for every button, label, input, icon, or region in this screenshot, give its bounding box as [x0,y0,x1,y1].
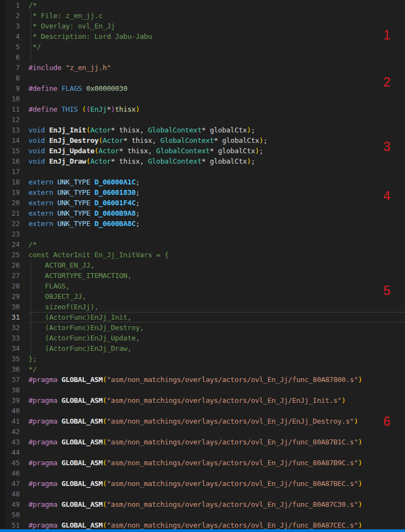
code-editor[interactable]: 1/*2 * File: z_en_jj.c3 * Overlay: ovl_E… [0,0,405,530]
code-text: */ [28,364,405,374]
indent-guide [31,10,31,62]
line-number: 14 [0,135,20,146]
code-line-29[interactable]: 29 OBJECT_JJ, [0,291,405,302]
code-line-41[interactable]: 41#pragma GLOBAL_ASM("asm/non_matchings/… [0,416,405,426]
annotation-number-3: 3 [380,140,394,153]
code-line-46[interactable]: 46 [0,468,405,478]
code-line-22[interactable]: 22extern UNK_TYPE D_0600BA8C; [0,218,405,229]
code-line-7[interactable]: 7#include "z_en_jj.h" [0,62,405,73]
line-number: 50 [0,510,20,520]
line-number: 4 [0,31,20,42]
code-text: #pragma GLOBAL_ASM("asm/non_matchings/ov… [28,395,405,406]
code-line-40[interactable]: 40 [0,406,405,416]
code-line-5[interactable]: 5 */ [0,42,405,52]
code-text: /* [28,239,405,250]
line-number: 42 [0,426,20,437]
code-line-6[interactable]: 6 [0,52,405,62]
line-number: 39 [0,395,20,406]
code-line-38[interactable]: 38 [0,385,405,395]
code-text [28,73,405,83]
code-line-26[interactable]: 26 ACTOR_EN_JJ, [0,260,405,270]
code-line-28[interactable]: 28 FLAGS, [0,281,405,291]
line-number: 27 [0,270,20,281]
code-line-17[interactable]: 17 [0,166,405,177]
line-number: 38 [0,385,20,395]
code-line-15[interactable]: 15void EnJj_Update(Actor* thisx, GlobalC… [0,146,405,156]
code-line-31[interactable]: 31 (ActorFunc)EnJj_Init, [0,312,405,322]
line-number: 7 [0,62,20,73]
line-number: 3 [0,21,20,31]
code-line-37[interactable]: 37#pragma GLOBAL_ASM("asm/non_matchings/… [0,374,405,385]
code-text: * Description: Lord Jabu-Jabu [28,31,405,42]
line-number: 48 [0,489,20,499]
code-text [28,426,405,437]
annotation-number-6: 6 [380,415,394,428]
code-line-19[interactable]: 19extern UNK_TYPE D_06001830; [0,187,405,198]
line-number: 47 [0,478,20,489]
line-number: 2 [0,10,20,21]
code-line-43[interactable]: 43#pragma GLOBAL_ASM("asm/non_matchings/… [0,437,405,447]
code-line-12[interactable]: 12 [0,114,405,125]
code-text: #pragma GLOBAL_ASM("asm/non_matchings/ov… [28,416,405,426]
line-number: 33 [0,333,20,343]
code-line-2[interactable]: 2 * File: z_en_jj.c [0,10,405,21]
code-line-25[interactable]: 25const ActorInit En_Jj_InitVars = { [0,250,405,260]
code-text: const ActorInit En_Jj_InitVars = { [28,250,405,260]
line-number: 49 [0,499,20,510]
code-line-45[interactable]: 45#pragma GLOBAL_ASM("asm/non_matchings/… [0,458,405,468]
code-line-39[interactable]: 39#pragma GLOBAL_ASM("asm/non_matchings/… [0,395,405,406]
code-line-3[interactable]: 3 * Overlay: ovl_En_Jj [0,21,405,31]
line-number: 5 [0,42,20,52]
code-text [28,489,405,499]
code-text: (ActorFunc)EnJj_Init, [28,312,405,322]
line-number: 12 [0,114,20,125]
line-number: 41 [0,416,20,426]
code-text: #pragma GLOBAL_ASM("asm/non_matchings/ov… [28,478,405,489]
line-number: 30 [0,302,20,312]
code-text [28,406,405,416]
code-line-21[interactable]: 21extern UNK_TYPE D_0600B9A8; [0,208,405,218]
code-line-20[interactable]: 20extern UNK_TYPE D_06001F4C; [0,198,405,208]
status-bar [0,529,405,532]
code-text: ACTOR_EN_JJ, [28,260,405,270]
code-text [28,447,405,458]
code-line-14[interactable]: 14void EnJj_Destroy(Actor* thisx, Global… [0,135,405,146]
code-line-11[interactable]: 11#define THIS ((EnJj*)thisx) [0,104,405,114]
code-line-8[interactable]: 8 [0,73,405,83]
code-line-33[interactable]: 33 (ActorFunc)EnJj_Update, [0,333,405,343]
code-text: #define THIS ((EnJj*)thisx) [28,104,405,114]
code-line-36[interactable]: 36*/ [0,364,405,374]
code-text: * Overlay: ovl_En_Jj [28,21,405,31]
line-number: 6 [0,52,20,62]
code-text: FLAGS, [28,281,405,291]
code-line-32[interactable]: 32 (ActorFunc)EnJj_Destroy, [0,322,405,333]
line-number: 15 [0,146,20,156]
code-line-34[interactable]: 34 (ActorFunc)EnJj_Draw, [0,343,405,354]
code-line-50[interactable]: 50 [0,510,405,520]
code-line-47[interactable]: 47#pragma GLOBAL_ASM("asm/non_matchings/… [0,478,405,489]
code-line-23[interactable]: 23 [0,229,405,239]
line-number: 24 [0,239,20,250]
code-text [28,166,405,177]
code-line-49[interactable]: 49#pragma GLOBAL_ASM("asm/non_matchings/… [0,499,405,510]
code-line-16[interactable]: 16void EnJj_Draw(Actor* thisx, GlobalCon… [0,156,405,166]
code-line-9[interactable]: 9#define FLAGS 0x00000030 [0,83,405,94]
code-line-4[interactable]: 4 * Description: Lord Jabu-Jabu [0,31,405,42]
line-number: 13 [0,125,20,135]
code-line-30[interactable]: 30 sizeof(EnJj), [0,302,405,312]
indent-guide [31,260,31,354]
code-line-24[interactable]: 24/* [0,239,405,250]
line-number: 11 [0,104,20,114]
code-line-13[interactable]: 13void EnJj_Init(Actor* thisx, GlobalCon… [0,125,405,135]
code-line-18[interactable]: 18extern UNK_TYPE D_06000A1C; [0,177,405,187]
code-text [28,114,405,125]
code-line-10[interactable]: 10 [0,94,405,104]
code-line-1[interactable]: 1/* [0,0,405,10]
line-number: 37 [0,374,20,385]
code-line-44[interactable]: 44 [0,447,405,458]
code-line-35[interactable]: 35}; [0,354,405,364]
code-line-48[interactable]: 48 [0,489,405,499]
code-text: */ [28,42,405,52]
code-line-27[interactable]: 27 ACTORTYPE_ITEMACTION, [0,270,405,281]
code-line-42[interactable]: 42 [0,426,405,437]
